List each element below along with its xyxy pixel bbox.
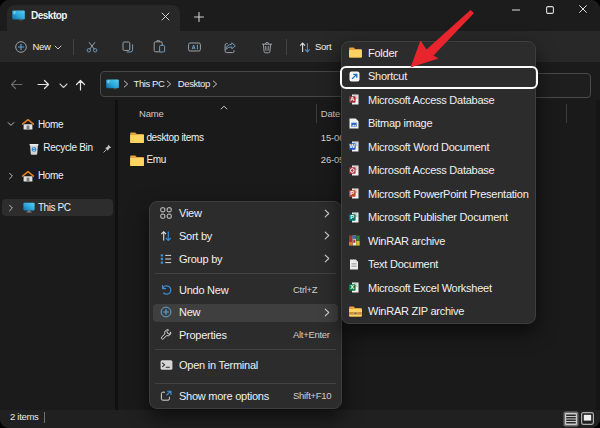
svg-text:W: W bbox=[350, 143, 356, 149]
svg-text:P: P bbox=[350, 214, 354, 220]
svg-text:P: P bbox=[350, 190, 354, 196]
svg-text:X: X bbox=[350, 284, 354, 290]
